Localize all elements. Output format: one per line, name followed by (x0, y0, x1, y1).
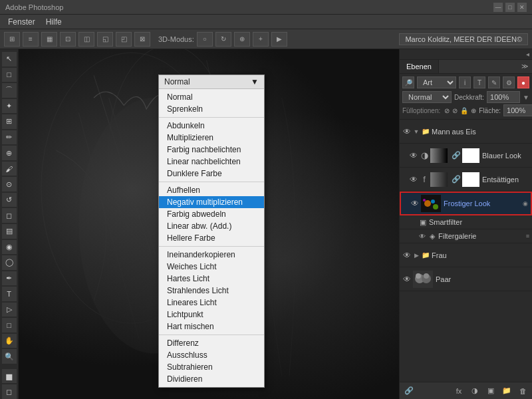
tool-mode[interactable]: ◻ (2, 384, 17, 399)
layer-visibility-frostiger-look[interactable]: 👁 (410, 199, 420, 208)
layer-expand-frau[interactable]: ▶ (413, 252, 420, 259)
tool-colors[interactable]: ◼ (2, 369, 17, 384)
toolbar-btn-4[interactable]: ◫ (78, 32, 94, 47)
layer-visibility-frau[interactable]: 👁 (402, 251, 412, 260)
layer-item-paar[interactable]: 👁 Paar (400, 267, 532, 291)
blend-item-hartes-licht[interactable]: Hartes Licht (159, 273, 264, 285)
layer-item-frostiger-look[interactable]: 👁 Frostiger Look ◉ (400, 192, 532, 215)
blend-item-negativ-multiplizieren[interactable]: Negativ multiplizieren (159, 196, 264, 208)
panel-expand-icon[interactable]: ◂ (526, 51, 529, 58)
tab-ebenen[interactable]: Ebenen (400, 60, 439, 73)
filtergalerie-options[interactable]: ≡ (526, 233, 529, 239)
toggle-icon-btn[interactable]: ● (517, 76, 529, 88)
panel-btn-fx[interactable]: fx (452, 385, 466, 397)
toolbar-btn-6[interactable]: ◰ (116, 32, 132, 47)
toolbar-3d-btn3[interactable]: ⊕ (234, 32, 250, 47)
search-type-select[interactable]: Art (417, 76, 456, 88)
tool-blur[interactable]: ◉ (2, 240, 17, 255)
tool-eyedropper[interactable]: ✏ (2, 130, 17, 145)
lock-btn-2[interactable]: 🔒 (460, 105, 468, 116)
lock-btn-1[interactable]: ⊘ (452, 105, 458, 116)
opacity-arrow[interactable]: ▼ (523, 94, 529, 101)
toolbar-btn-3[interactable]: ⊡ (60, 32, 76, 47)
tool-pen[interactable]: ✒ (2, 271, 17, 286)
tool-path[interactable]: ▷ (2, 303, 17, 317)
close-button[interactable]: ✕ (517, 3, 527, 12)
layer-item-smartfilter[interactable]: ▣ Smartfilter (400, 215, 532, 229)
tool-brush[interactable]: 🖌 (2, 162, 17, 176)
fill-input[interactable] (503, 104, 532, 116)
menu-hilfe[interactable]: Hilfe (41, 16, 67, 28)
edit-icon-btn[interactable]: ✎ (488, 76, 500, 88)
blend-item-weiches-licht[interactable]: Weiches Licht (159, 261, 264, 273)
blend-item-ineinanderkopieren[interactable]: Ineinanderkopieren (159, 249, 264, 261)
blend-item-ausschluss[interactable]: Ausschluss (159, 349, 264, 361)
opacity-input[interactable] (487, 91, 520, 103)
layer-visibility-blauer-look[interactable]: 👁 (409, 151, 418, 160)
panel-btn-adjustment[interactable]: ◑ (468, 385, 481, 397)
layer-item-mann-aus-eis[interactable]: 👁 ▼ 📁 Mann aus Eis (400, 120, 532, 144)
blend-item-normal[interactable]: Normal (159, 91, 264, 103)
layer-visibility-filtergalerie[interactable]: 👁 (418, 231, 426, 241)
tool-gradient[interactable]: ▤ (2, 224, 17, 239)
layer-item-blauer-look[interactable]: 👁 ◑ 🔗 Blauer Look (400, 144, 532, 168)
text-icon-btn[interactable]: T (473, 76, 485, 88)
toolbar-3d-btn5[interactable]: ▶ (271, 32, 287, 47)
blend-item-linear-abw[interactable]: Linear abw. (Add.) (159, 220, 264, 232)
blend-item-subtrahieren[interactable]: Subtrahieren (159, 361, 264, 373)
blend-mode-dropdown[interactable]: Normal ▼ Normal Sprenkeln Abdunkeln Mult… (158, 74, 265, 388)
blend-item-multiplizieren[interactable]: Multiplizieren (159, 132, 264, 144)
layer-visibility-paar[interactable]: 👁 (402, 275, 412, 284)
blend-item-abdunkeln[interactable]: Abdunkeln (159, 120, 264, 132)
tool-crop[interactable]: ⊞ (2, 114, 17, 129)
blend-mode-select[interactable]: Normal (402, 91, 452, 103)
blend-item-lineares-licht[interactable]: Lineares Licht (159, 297, 264, 309)
layer-expand-mann-aus-eis[interactable]: ▼ (413, 128, 420, 135)
info-icon-btn[interactable]: i (459, 76, 471, 88)
panel-btn-link[interactable]: 🔗 (402, 385, 416, 397)
tool-dodge[interactable]: ◯ (2, 255, 17, 270)
tool-stamp[interactable]: ⊙ (2, 177, 17, 192)
layer-visibility-mann-aus-eis[interactable]: 👁 (402, 127, 412, 136)
tool-zoom[interactable]: 🔍 (2, 349, 17, 364)
panel-collapse-btn[interactable]: ≫ (517, 60, 532, 73)
panel-btn-delete[interactable]: 🗑 (516, 385, 529, 397)
layer-item-frau[interactable]: 👁 ▶ 📁 Frau (400, 243, 532, 267)
blend-item-dunklere-farbe[interactable]: Dunklere Farbe (159, 168, 264, 180)
blend-dropdown-header[interactable]: Normal ▼ (159, 75, 264, 89)
toolbar-btn-0[interactable]: ⊞ (4, 32, 20, 47)
panel-btn-group[interactable]: 📁 (500, 385, 513, 397)
toolbar-3d-btn2[interactable]: ↻ (215, 32, 231, 47)
search-icon-btn[interactable]: 🔎 (402, 76, 414, 88)
tool-marquee[interactable]: □ (2, 68, 17, 82)
settings-icon-btn[interactable]: ⚙ (503, 76, 515, 88)
blend-item-farbig-nachbelichten[interactable]: Farbig nachbelichten (159, 144, 264, 156)
toolbar-btn-5[interactable]: ◱ (97, 32, 113, 47)
lock-btn-0[interactable]: ⊘ (444, 105, 450, 116)
tool-text[interactable]: T (2, 287, 17, 301)
maximize-button[interactable]: □ (505, 3, 515, 12)
layer-item-entsaettigen[interactable]: 👁 f 🔗 Entsättigen (400, 168, 532, 192)
tool-shape[interactable]: □ (2, 318, 17, 332)
tool-magic[interactable]: ✦ (2, 99, 17, 114)
blend-item-lichtpunkt[interactable]: Lichtpunkt (159, 309, 264, 321)
panel-btn-mask[interactable]: ▣ (484, 385, 497, 397)
minimize-button[interactable]: — (493, 3, 503, 12)
tool-heal[interactable]: ⊕ (2, 146, 17, 160)
toolbar-btn-1[interactable]: ≡ (23, 32, 39, 47)
tool-lasso[interactable]: ⌒ (2, 83, 17, 98)
toolbar-3d-btn1[interactable]: ○ (197, 32, 213, 47)
tool-eraser[interactable]: ◻ (2, 208, 17, 223)
blend-item-sprenkeln[interactable]: Sprenkeln (159, 103, 264, 115)
blend-item-differenz[interactable]: Differenz (159, 337, 264, 349)
blend-item-strahlendes-licht[interactable]: Strahlendes Licht (159, 285, 264, 297)
blend-item-hellere-farbe[interactable]: Hellere Farbe (159, 232, 264, 244)
blend-item-hart-mischen[interactable]: Hart mischen (159, 321, 264, 332)
blend-item-dividieren[interactable]: Dividieren (159, 373, 264, 385)
blend-item-linear-nachbelichten[interactable]: Linear nachbelichten (159, 156, 264, 168)
tool-move[interactable]: ↖ (2, 52, 17, 66)
toolbar-btn-7[interactable]: ⊠ (134, 32, 150, 47)
blend-item-aufhellen[interactable]: Aufhellen (159, 184, 264, 196)
lock-btn-3[interactable]: ⊕ (471, 105, 476, 116)
menu-fenster[interactable]: Fenster (3, 16, 41, 28)
